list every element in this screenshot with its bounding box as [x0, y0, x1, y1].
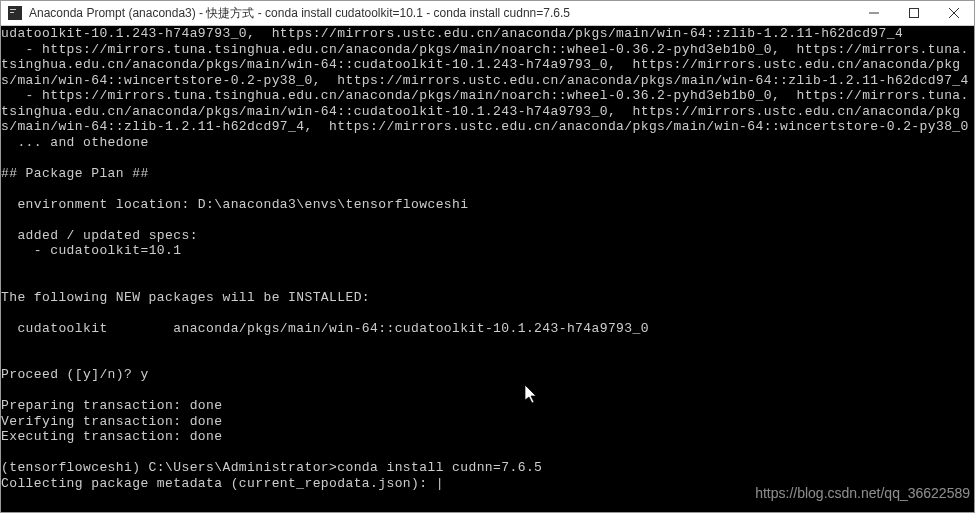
terminal-line: ... and othedone — [1, 135, 974, 151]
terminal-line: udatoolkit-10.1.243-h74a9793_0, https://… — [1, 26, 974, 42]
terminal-body[interactable]: udatoolkit-10.1.243-h74a9793_0, https://… — [1, 26, 974, 512]
terminal-line: ## Package Plan ## — [1, 166, 974, 182]
terminal-line: cudatoolkit anaconda/pkgs/main/win-64::c… — [1, 321, 974, 337]
terminal-line: - https://mirrors.tuna.tsinghua.edu.cn/a… — [1, 42, 974, 89]
terminal-line: - https://mirrors.tuna.tsinghua.edu.cn/a… — [1, 88, 974, 135]
terminal-line — [1, 383, 974, 399]
svg-rect-2 — [10, 12, 14, 13]
terminal-line: Collecting package metadata (current_rep… — [1, 476, 974, 492]
terminal-line: Proceed ([y]/n)? y — [1, 367, 974, 383]
terminal-line: Verifying transaction: done — [1, 414, 974, 430]
close-button[interactable] — [934, 1, 974, 25]
terminal-line — [1, 445, 974, 461]
terminal-line: (tensorflowceshi) C:\Users\Administrator… — [1, 460, 974, 476]
app-icon — [7, 5, 23, 21]
maximize-button[interactable] — [894, 1, 934, 25]
window-controls — [854, 1, 974, 25]
terminal-line — [1, 352, 974, 368]
terminal-line — [1, 274, 974, 290]
terminal-line: The following NEW packages will be INSTA… — [1, 290, 974, 306]
svg-rect-4 — [910, 9, 919, 18]
terminal-line — [1, 181, 974, 197]
terminal-window: Anaconda Prompt (anaconda3) - 快捷方式 - con… — [0, 0, 975, 513]
terminal-line: environment location: D:\anaconda3\envs\… — [1, 197, 974, 213]
terminal-line — [1, 336, 974, 352]
minimize-button[interactable] — [854, 1, 894, 25]
titlebar[interactable]: Anaconda Prompt (anaconda3) - 快捷方式 - con… — [1, 1, 974, 26]
terminal-line — [1, 305, 974, 321]
terminal-line: Preparing transaction: done — [1, 398, 974, 414]
terminal-line — [1, 212, 974, 228]
terminal-line — [1, 150, 974, 166]
terminal-line: added / updated specs: — [1, 228, 974, 244]
window-title: Anaconda Prompt (anaconda3) - 快捷方式 - con… — [27, 5, 854, 22]
svg-rect-1 — [10, 9, 16, 10]
terminal-line — [1, 259, 974, 275]
terminal-line: - cudatoolkit=10.1 — [1, 243, 974, 259]
terminal-line: Executing transaction: done — [1, 429, 974, 445]
